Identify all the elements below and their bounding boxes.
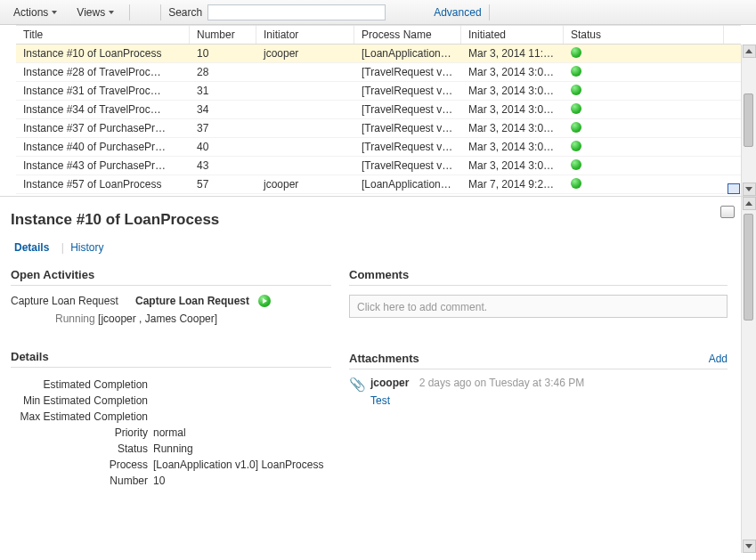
scroll-thumb[interactable]	[744, 93, 753, 147]
table-row[interactable]: Instance #57 of LoanProcess57jcooper[Loa…	[16, 175, 741, 194]
cell-title: Instance #40 of PurchasePr…	[16, 139, 190, 155]
actions-label: Actions	[13, 6, 48, 19]
cell-number: 43	[190, 158, 256, 174]
cell-title: Instance #57 of LoanProcess	[16, 176, 190, 192]
cell-process: [TravelRequest v…	[354, 83, 461, 99]
col-initiator[interactable]: Initiator	[256, 26, 354, 44]
table-row[interactable]: Instance #31 of TravelProc…31[TravelRequ…	[16, 82, 741, 101]
table-row[interactable]: Instance #40 of PurchasePr…40[TravelRequ…	[16, 138, 741, 157]
col-title[interactable]: Title	[16, 26, 190, 44]
details-section-header: Details	[11, 350, 331, 368]
col-status[interactable]: Status	[564, 26, 724, 44]
refresh-button[interactable]	[137, 4, 153, 20]
cell-title: Instance #28 of TravelProc…	[16, 64, 190, 80]
search-input[interactable]	[207, 4, 386, 20]
cell-status	[564, 176, 724, 193]
cell-initiated: Mar 3, 2014 3:05 …	[461, 64, 564, 80]
cell-initiator	[256, 70, 354, 74]
tab-history[interactable]: History	[67, 239, 107, 256]
kv-process: Process[LoanApplication v1.0] LoanProces…	[11, 457, 331, 473]
col-process-name[interactable]: Process Name	[354, 26, 461, 44]
restore-pane-button[interactable]	[728, 183, 740, 194]
separator	[129, 4, 130, 20]
scroll-down-button[interactable]	[743, 183, 756, 196]
cell-title: Instance #10 of LoanProcess	[16, 45, 190, 61]
scroll-down-button[interactable]	[743, 540, 756, 553]
toolbar: Actions Views Search Advanced	[0, 0, 756, 25]
toolbox-button[interactable]	[497, 4, 513, 20]
detail-vertical-scrollbar[interactable]	[741, 197, 756, 553]
caret-down-icon	[52, 11, 57, 14]
triangle-down-icon	[745, 544, 752, 548]
status-green-icon	[571, 103, 581, 114]
cell-process: [LoanApplication …	[354, 45, 461, 61]
cell-title: Instance #31 of TravelProc…	[16, 83, 190, 99]
actions-menu[interactable]: Actions	[5, 3, 65, 22]
cell-process: [TravelRequest v…	[354, 64, 461, 80]
kv-status: StatusRunning	[11, 441, 331, 457]
table-row[interactable]: Instance #34 of TravelProc…34[TravelRequ…	[16, 101, 741, 119]
cell-number: 40	[190, 139, 256, 155]
kv-max-est: Max Estimated Completion	[11, 409, 331, 425]
cell-status	[564, 64, 724, 81]
grid-vertical-scrollbar[interactable]	[741, 45, 756, 196]
attachment-title[interactable]: Test	[370, 394, 728, 407]
cell-number: 31	[190, 83, 256, 99]
comment-input[interactable]: Click here to add comment.	[349, 295, 728, 318]
status-green-icon	[571, 159, 581, 170]
views-menu[interactable]: Views	[69, 3, 122, 22]
scroll-track[interactable]	[742, 210, 757, 540]
cell-initiated: Mar 3, 2014 3:09 …	[461, 120, 564, 136]
activity-name: Capture Loan Request	[11, 295, 126, 307]
tab-divider: |	[61, 241, 64, 254]
clear-search-button[interactable]	[391, 4, 407, 20]
separator	[489, 4, 490, 20]
open-activity-row[interactable]: Capture Loan Request Capture Loan Reques…	[11, 295, 331, 307]
grid-body: Instance #10 of LoanProcess10jcooper[Loa…	[16, 45, 741, 196]
scroll-track[interactable]	[742, 58, 757, 183]
cell-process: [TravelRequest v…	[354, 139, 461, 155]
table-row[interactable]: Instance #43 of PurchasePr…43[TravelRequ…	[16, 157, 741, 175]
triangle-down-icon	[745, 187, 752, 191]
kv-number: Number10	[11, 473, 331, 489]
search-wrap: Search Advanced	[168, 4, 481, 20]
advanced-search-link[interactable]: Advanced	[434, 6, 481, 19]
cell-initiator: jcooper	[256, 45, 354, 61]
table-row[interactable]: Instance #28 of TravelProc…28[TravelRequ…	[16, 63, 741, 82]
cell-process: [TravelRequest v…	[354, 120, 461, 136]
cell-status	[564, 120, 724, 137]
caret-down-icon	[109, 11, 114, 14]
scroll-up-button[interactable]	[743, 45, 756, 58]
status-green-icon	[571, 122, 581, 133]
detach-pane-button[interactable]	[720, 206, 735, 218]
col-initiated[interactable]: Initiated	[461, 26, 564, 44]
attachment-meta: 2 days ago on Tuesday at 3:46 PM	[419, 377, 584, 389]
attachment-row[interactable]: 📎 jcooper 2 days ago on Tuesday at 3:46 …	[349, 377, 728, 393]
scroll-up-button[interactable]	[743, 197, 756, 210]
cell-number: 34	[190, 101, 256, 118]
table-row[interactable]: Instance #37 of PurchasePr…37[TravelRequ…	[16, 119, 741, 138]
process-instance-grid: Title Number Initiator Process Name Init…	[0, 25, 756, 197]
cell-initiated: Mar 7, 2014 9:25 …	[461, 176, 564, 192]
tab-details[interactable]: Details	[11, 239, 53, 256]
cell-status	[564, 45, 724, 62]
cell-initiated: Mar 3, 2014 11:0…	[461, 45, 564, 61]
kv-priority: Prioritynormal	[11, 425, 331, 441]
col-number[interactable]: Number	[190, 26, 256, 44]
activity-run-icon[interactable]	[258, 295, 271, 307]
cell-initiator	[256, 164, 354, 167]
activity-assigned: [jcooper , James Cooper]	[98, 312, 217, 325]
cell-number: 10	[190, 45, 256, 61]
status-green-icon	[571, 141, 581, 151]
cell-initiator	[256, 108, 354, 111]
kv-min-est: Min Estimated Completion	[11, 393, 331, 409]
add-attachment-link[interactable]: Add	[709, 353, 728, 365]
run-search-button[interactable]	[412, 4, 428, 20]
table-row[interactable]: Instance #10 of LoanProcess10jcooper[Loa…	[16, 45, 741, 63]
grid-header-row: Title Number Initiator Process Name Init…	[16, 25, 741, 45]
detail-title: Instance #10 of LoanProcess	[11, 211, 745, 229]
triangle-up-icon	[745, 49, 752, 53]
status-green-icon	[571, 47, 581, 58]
scroll-thumb[interactable]	[744, 214, 753, 321]
activity-display: Capture Loan Request	[135, 295, 249, 307]
